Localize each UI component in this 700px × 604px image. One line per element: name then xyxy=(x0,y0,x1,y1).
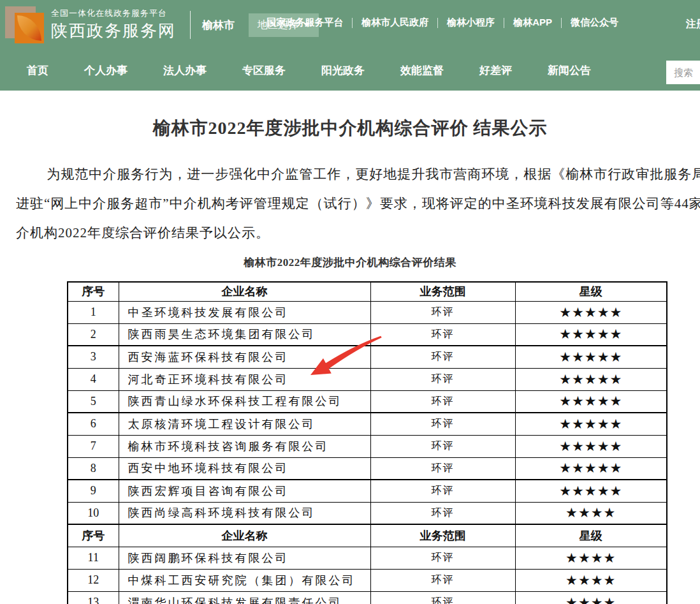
business-scope-cell: 环评 xyxy=(370,435,515,457)
business-scope-cell: 环评 xyxy=(370,413,515,435)
paragraph-line: 介机构2022年度综合评价结果予以公示。 xyxy=(16,218,700,247)
row-number-cell: 9 xyxy=(68,480,119,502)
site-header: 全国一体化在线政务服务平台 陕西政务服务网 榆林市 地区选择 国家政务服务平台 … xyxy=(0,0,700,50)
column-header: 星级 xyxy=(515,282,667,301)
table-row: 11陕西阔鹏环保科技有限公司环评★★★★ xyxy=(68,547,667,569)
table-row: 6太原核清环境工程设计有限公司环评★★★★★ xyxy=(68,413,667,435)
paragraph-line: 进驻“网上中介服务超市”中介机构考评管理规定（试行）》要求，现将评定的中圣环境科… xyxy=(16,189,700,218)
table-row: 8西安中地环境科技有限公司环评★★★★★ xyxy=(68,457,667,480)
column-header: 业务范围 xyxy=(370,524,515,547)
link-city-government[interactable]: 榆林市人民政府 xyxy=(361,17,428,29)
row-number-cell: 8 xyxy=(68,457,119,480)
nav-item-personal[interactable]: 个人办事 xyxy=(84,63,128,78)
table-row: 10陕西尚绿高科环境科技有限公司环评★★★★ xyxy=(68,502,667,524)
business-scope-cell: 环评 xyxy=(370,390,515,413)
search-input[interactable] xyxy=(666,61,700,84)
article: 榆林市2022年度涉批中介机构综合评价 结果公示 为规范中介服务行为，进一步强化… xyxy=(0,91,700,604)
page-title: 榆林市2022年度涉批中介机构综合评价 结果公示 xyxy=(0,91,700,140)
platform-label: 全国一体化在线政务服务平台 xyxy=(51,8,176,18)
company-name-cell: 榆林市环境科技咨询服务有限公司 xyxy=(119,435,370,457)
star-rating-cell: ★★★★★ xyxy=(515,413,667,435)
paragraph-line: 为规范中介服务行为，进一步强化中介监管工作，更好地提升我市营商环境，根据《榆林市… xyxy=(16,159,700,189)
star-rating-cell: ★★★★★ xyxy=(515,480,667,502)
business-scope-cell: 环评 xyxy=(370,346,515,368)
business-scope-cell: 环评 xyxy=(370,569,515,591)
star-rating-cell: ★★★★ xyxy=(515,569,667,591)
page: 全国一体化在线政务服务平台 陕西政务服务网 榆林市 地区选择 国家政务服务平台 … xyxy=(0,0,700,604)
logo-front-square xyxy=(15,13,44,43)
column-header: 序号 xyxy=(68,524,119,547)
row-number-cell: 13 xyxy=(68,591,119,604)
link-separator xyxy=(437,18,438,28)
current-city-label: 榆林市 xyxy=(202,18,235,33)
link-separator xyxy=(561,18,562,28)
register-link[interactable]: 注册 xyxy=(686,18,700,31)
star-rating-cell: ★★★★ xyxy=(515,502,667,524)
company-name-cell: 陕西雨昊生态环境集团有限公司 xyxy=(119,323,370,346)
row-number-cell: 10 xyxy=(68,502,119,524)
nav-item-news[interactable]: 新闻公告 xyxy=(548,63,591,78)
company-name-cell: 陕西阔鹏环保科技有限公司 xyxy=(119,547,370,569)
column-header: 企业名称 xyxy=(119,524,370,547)
table-row: 3西安海蓝环保科技有限公司环评★★★★★ xyxy=(68,346,667,368)
column-header: 星级 xyxy=(515,524,667,547)
nav-item-rating[interactable]: 好差评 xyxy=(479,63,512,78)
table-caption: 榆林市2022年度涉批中介机构综合评价结果 xyxy=(0,255,700,270)
row-number-cell: 2 xyxy=(68,323,119,346)
company-name-cell: 渭南华山环保科技发展有限责任公司 xyxy=(119,591,370,604)
company-name-cell: 太原核清环境工程设计有限公司 xyxy=(119,413,370,435)
star-rating-cell: ★★★★★ xyxy=(515,368,667,390)
table-row: 7榆林市环境科技咨询服务有限公司环评★★★★★ xyxy=(68,435,667,457)
business-scope-cell: 环评 xyxy=(370,502,515,524)
table-row: 1中圣环境科技发展有限公司环评★★★★★ xyxy=(68,301,667,323)
company-name-cell: 中圣环境科技发展有限公司 xyxy=(119,301,370,323)
table-row: 5陕西青山绿水环保科技工程有限公司环评★★★★★ xyxy=(68,390,667,413)
link-mini-program[interactable]: 榆林小程序 xyxy=(447,17,495,29)
row-number-cell: 5 xyxy=(68,390,119,413)
site-logo-icon xyxy=(5,5,45,45)
brand-block: 全国一体化在线政务服务平台 陕西政务服务网 xyxy=(51,8,176,41)
nav-item-home[interactable]: 首页 xyxy=(27,63,48,78)
main-nav: 首页 个人办事 法人办事 专区服务 阳光政务 效能监督 好差评 新闻公告 xyxy=(0,50,700,91)
link-separator xyxy=(504,18,504,28)
column-header: 企业名称 xyxy=(119,282,370,301)
company-name-cell: 河北奇正环境科技有限公司 xyxy=(119,368,370,390)
business-scope-cell: 环评 xyxy=(370,457,515,480)
link-app[interactable]: 榆林APP xyxy=(513,17,552,29)
business-scope-cell: 环评 xyxy=(370,301,515,323)
announcement-paragraph: 为规范中介服务行为，进一步强化中介监管工作，更好地提升我市营商环境，根据《榆林市… xyxy=(0,159,700,247)
row-number-cell: 12 xyxy=(68,569,119,591)
eval-table-body: 序号企业名称业务范围星级1中圣环境科技发展有限公司环评★★★★★2陕西雨昊生态环… xyxy=(68,282,667,604)
nav-item-sunshine[interactable]: 阳光政务 xyxy=(321,63,365,78)
business-scope-cell: 环评 xyxy=(370,591,515,604)
table-row: 12中煤科工西安研究院（集团）有限公司环评★★★★ xyxy=(68,569,667,591)
star-rating-cell: ★★★★★ xyxy=(515,435,667,457)
row-number-cell: 3 xyxy=(68,346,119,368)
business-scope-cell: 环评 xyxy=(370,368,515,390)
header-divider xyxy=(190,11,191,39)
star-rating-cell: ★★★★★ xyxy=(515,457,667,480)
star-rating-cell: ★★★★★ xyxy=(515,323,667,346)
link-wechat[interactable]: 微信公众号 xyxy=(571,17,618,29)
star-rating-cell: ★★★★ xyxy=(515,591,667,604)
link-national-platform[interactable]: 国家政务服务平台 xyxy=(266,17,343,29)
table-row: 2陕西雨昊生态环境集团有限公司环评★★★★★ xyxy=(68,323,667,346)
row-number-cell: 1 xyxy=(68,301,119,323)
star-rating-cell: ★★★★ xyxy=(515,547,667,569)
site-name: 陕西政务服务网 xyxy=(51,20,176,41)
nav-item-legal[interactable]: 法人办事 xyxy=(163,63,207,78)
company-name-cell: 西安海蓝环保科技有限公司 xyxy=(119,346,370,368)
star-rating-cell: ★★★★★ xyxy=(515,301,667,323)
row-number-cell: 7 xyxy=(68,435,119,457)
business-scope-cell: 环评 xyxy=(370,547,515,569)
nav-item-zone[interactable]: 专区服务 xyxy=(242,63,286,78)
business-scope-cell: 环评 xyxy=(370,323,515,346)
header-links: 国家政务服务平台 榆林市人民政府 榆林小程序 榆林APP 微信公众号 xyxy=(266,17,618,29)
table-row: 4河北奇正环境科技有限公司环评★★★★★ xyxy=(68,368,667,390)
row-number-cell: 11 xyxy=(68,547,119,569)
nav-item-supervision[interactable]: 效能监督 xyxy=(400,63,444,78)
star-rating-cell: ★★★★★ xyxy=(515,346,667,368)
company-name-cell: 陕西宏辉项目咨询有限公司 xyxy=(119,480,370,502)
leaf-icon xyxy=(17,15,41,41)
eval-table: 序号企业名称业务范围星级1中圣环境科技发展有限公司环评★★★★★2陕西雨昊生态环… xyxy=(67,281,667,604)
